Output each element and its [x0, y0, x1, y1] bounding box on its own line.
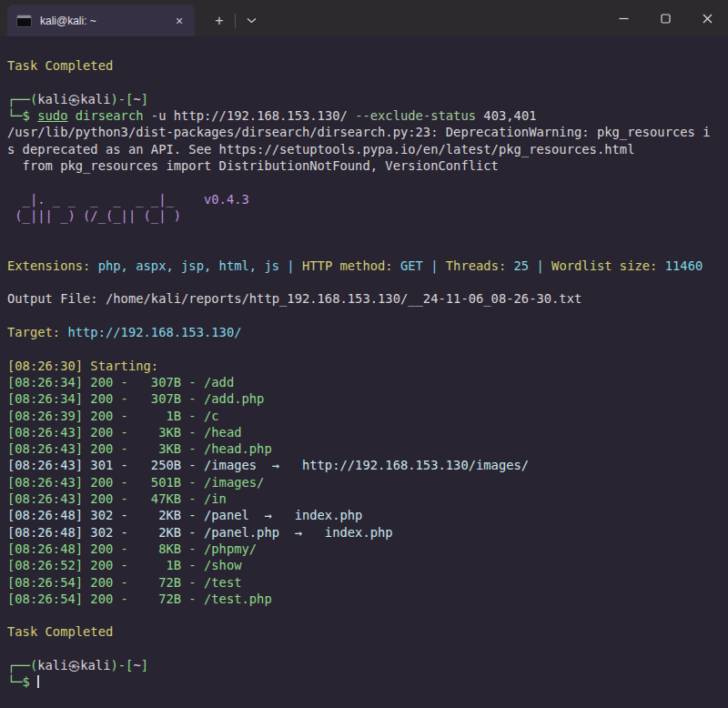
terminal-text: -u http://192.168.153.130/ — [144, 108, 356, 123]
terminal-text: Extensions: — [7, 258, 98, 273]
terminal-line — [7, 340, 728, 357]
terminal-text: [08:26:48] 200 - 8KB - /phpmy/ — [7, 541, 257, 556]
terminal-text: Target: — [7, 325, 67, 339]
terminal-line: /usr/lib/python3/dist-packages/dirsearch… — [7, 124, 728, 140]
terminal-line: _|. _ _ _ _ _ _|_ v0.4.3 — [7, 191, 728, 207]
terminal-text: └─$ — [7, 674, 37, 689]
terminal-line — [7, 274, 728, 290]
terminal-line: [08:26:54] 200 - 72B - /test — [7, 574, 728, 591]
terminal-text: from pkg_resources import DistributionNo… — [7, 158, 499, 173]
terminal-line — [7, 308, 728, 324]
terminal-text: | — [529, 258, 551, 273]
terminal-text: Wordlist size: — [551, 258, 665, 273]
terminal-text: [08:26:54] 200 - 72B - /test — [7, 575, 242, 590]
terminal-line: [08:26:34] 200 - 307B - /add — [7, 374, 728, 390]
minimize-icon — [619, 14, 629, 24]
terminal-text: | — [423, 258, 446, 273]
terminal-line — [7, 41, 728, 57]
terminal-line: [08:26:52] 200 - 1B - /show — [7, 557, 728, 573]
terminal-icon — [16, 15, 32, 27]
titlebar: kali@kali: ~ × + — [0, 0, 728, 36]
terminal-text: [08:26:39] 200 - 1B - /c — [7, 409, 219, 423]
tab-dropdown-button[interactable] — [239, 9, 263, 33]
terminal-line: [08:26:54] 200 - 72B - /test.php — [7, 591, 728, 607]
terminal-text: kali㉿kali — [37, 92, 110, 106]
terminal-line — [7, 174, 728, 190]
terminal-line — [7, 224, 728, 240]
terminal-line: [08:26:43] 200 - 47KB - /in — [7, 491, 728, 507]
terminal-line — [7, 607, 728, 623]
terminal-text: [08:26:43] 301 - 250B - /images → http:/… — [7, 458, 529, 472]
terminal-line: └─$ sudo dirsearch -u http://192.168.153… — [7, 107, 728, 124]
terminal-line: s deprecated as an API. See https://setu… — [7, 141, 728, 157]
new-tab-group: + — [207, 5, 263, 36]
terminal-text: [08:26:43] 200 - 3KB - /head.php — [7, 441, 272, 456]
terminal-text: dirsearch — [76, 108, 144, 123]
close-window-button[interactable] — [686, 0, 728, 36]
terminal-text: [08:26:43] 200 - 3KB - /head — [7, 425, 242, 440]
terminal-output[interactable]: Task Completed ┌──(kali㉿kali)-[~]└─$ sud… — [0, 36, 728, 708]
minimize-button[interactable] — [602, 0, 644, 36]
terminal-line: [08:26:43] 200 - 3KB - /head — [7, 424, 728, 440]
window-controls — [602, 0, 728, 36]
terminal-text — [67, 108, 75, 123]
terminal-text: | — [279, 258, 302, 273]
terminal-text: HTTP method: — [302, 258, 400, 273]
new-tab-button[interactable]: + — [207, 9, 231, 33]
terminal-line: [08:26:34] 200 - 307B - /add.php — [7, 390, 728, 407]
terminal-text: _|. _ _ _ _ _ _|_ — [7, 192, 204, 207]
terminal-text: )-[ — [110, 92, 133, 106]
terminal-line — [7, 75, 728, 91]
terminal-window: kali@kali: ~ × + — [0, 0, 728, 708]
terminal-text: kali㉿kali — [37, 658, 110, 673]
terminal-text: ┌──( — [7, 92, 37, 106]
terminal-text: [08:26:30] Starting: — [7, 359, 166, 373]
terminal-line: [08:26:43] 301 - 250B - /images → http:/… — [7, 457, 728, 473]
terminal-text: [08:26:54] 200 - 72B - /test.php — [7, 592, 272, 606]
terminal-text: GET — [400, 258, 423, 273]
terminal-line: Extensions: php, aspx, jsp, html, js | H… — [7, 258, 728, 274]
terminal-line: [08:26:43] 200 - 501B - /images/ — [7, 474, 728, 491]
terminal-text: ] — [141, 92, 148, 106]
terminal-line — [7, 641, 728, 657]
close-icon — [703, 14, 713, 24]
terminal-line: Task Completed — [7, 623, 728, 640]
terminal-text: [08:26:34] 200 - 307B - /add.php — [7, 391, 264, 406]
terminal-text: v0.4.3 — [204, 192, 249, 207]
terminal-line: Output File: /home/kali/reports/http_192… — [7, 290, 728, 307]
terminal-text: Output File: /home/kali/reports/http_192… — [7, 291, 581, 306]
terminal-text: ┌──( — [7, 658, 37, 673]
terminal-text: http://192.168.153.130/ — [67, 325, 241, 339]
terminal-text: [08:26:43] 200 - 47KB - /in — [7, 491, 227, 506]
divider — [235, 14, 236, 28]
terminal-text: ~ — [133, 92, 140, 106]
terminal-text: /usr/lib/python3/dist-packages/dirsearch… — [7, 125, 711, 139]
terminal-text: [08:26:48] 302 - 2KB - /panel.php → inde… — [7, 525, 393, 540]
terminal-text: Threads: — [446, 258, 514, 273]
terminal-line: └─$ — [7, 673, 728, 690]
terminal-text: --exclude-status — [355, 108, 476, 123]
terminal-line: [08:26:39] 200 - 1B - /c — [7, 408, 728, 424]
terminal-line: from pkg_resources import DistributionNo… — [7, 157, 728, 174]
terminal-text: 11460 — [665, 258, 703, 273]
maximize-icon — [661, 14, 671, 24]
terminal-line: Task Completed — [7, 57, 728, 74]
maximize-button[interactable] — [644, 0, 686, 36]
terminal-text: 25 — [514, 258, 530, 273]
terminal-text: sudo — [37, 108, 67, 123]
terminal-text: s deprecated as an API. See https://setu… — [7, 142, 634, 157]
terminal-text: Task Completed — [7, 58, 113, 73]
terminal-line: [08:26:43] 200 - 3KB - /head.php — [7, 440, 728, 457]
terminal-text: ~ — [133, 658, 140, 673]
terminal-line: Target: http://192.168.153.130/ — [7, 324, 728, 340]
terminal-text: └─$ — [7, 108, 37, 123]
terminal-text: )-[ — [110, 658, 133, 673]
terminal-line: [08:26:30] Starting: — [7, 358, 728, 374]
terminal-text: [08:26:43] 200 - 501B - /images/ — [7, 475, 264, 490]
terminal-text: 403,401 — [476, 108, 536, 123]
tab-kali[interactable]: kali@kali: ~ × — [7, 5, 195, 36]
terminal-line: ┌──(kali㉿kali)-[~] — [7, 91, 728, 107]
close-tab-icon[interactable]: × — [171, 13, 187, 29]
terminal-text: Task Completed — [7, 624, 113, 639]
terminal-text: [08:26:52] 200 - 1B - /show — [7, 558, 242, 572]
